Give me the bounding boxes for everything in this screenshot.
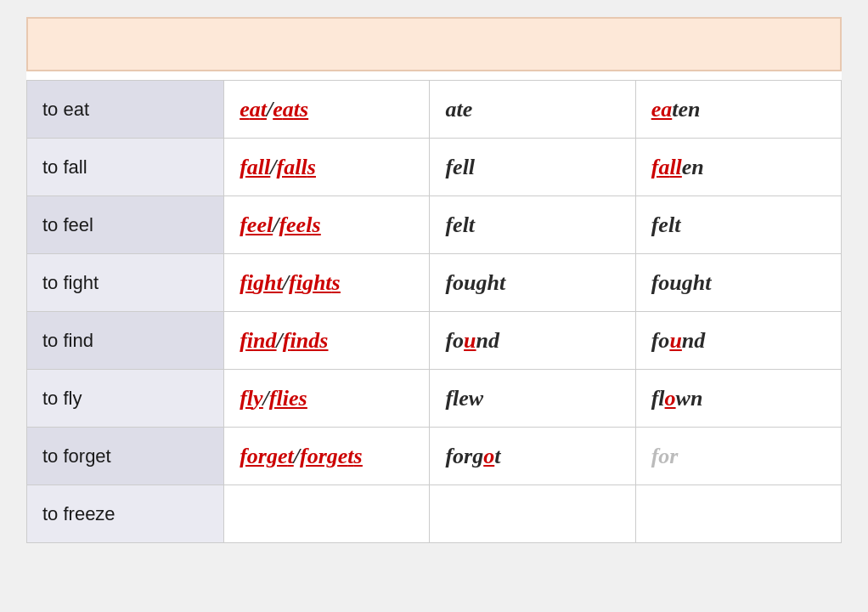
past-simple-cell: fell bbox=[430, 139, 635, 196]
past-participle-cell: eaten bbox=[635, 81, 841, 139]
table-row: to flyfly/fliesflewflown bbox=[27, 370, 842, 428]
past-participle-cell: felt bbox=[635, 196, 841, 254]
infinitive-cell: to freeze bbox=[27, 485, 224, 543]
past-participle-cell: fallen bbox=[635, 139, 841, 196]
present-cell: fly/flies bbox=[224, 370, 430, 428]
table-row: to fallfall/fallsfellfallen bbox=[27, 139, 842, 196]
table-row: to fightfight/fightsfoughtfought bbox=[27, 254, 842, 312]
past-simple-cell: fought bbox=[430, 254, 635, 312]
past-participle-cell: flown bbox=[635, 370, 841, 428]
verb-table: to eateat/eatsateeatento fallfall/fallsf… bbox=[26, 80, 842, 543]
past-simple-cell: flew bbox=[430, 370, 635, 428]
infinitive-cell: to forget bbox=[27, 428, 224, 485]
present-cell: fight/fights bbox=[224, 254, 430, 312]
table-row: to eateat/eatsateeaten bbox=[27, 81, 842, 139]
past-participle-cell: fought bbox=[635, 254, 841, 312]
title-box bbox=[26, 17, 842, 71]
infinitive-cell: to fall bbox=[27, 139, 224, 196]
past-simple-cell: found bbox=[430, 312, 635, 370]
past-simple-cell: felt bbox=[430, 196, 635, 254]
present-cell: feel/feels bbox=[224, 196, 430, 254]
table-row: to freeze bbox=[27, 485, 842, 543]
main-container: to eateat/eatsateeatento fallfall/fallsf… bbox=[26, 17, 842, 543]
table-row: to findfind/findsfoundfound bbox=[27, 312, 842, 370]
past-participle-cell: for bbox=[635, 428, 841, 485]
past-simple-cell: ate bbox=[430, 81, 635, 139]
table-row: to forgetforget/forgetsforgotfor bbox=[27, 428, 842, 485]
infinitive-cell: to feel bbox=[27, 196, 224, 254]
present-cell: eat/eats bbox=[224, 81, 430, 139]
present-cell bbox=[224, 485, 430, 543]
table-row: to feelfeel/feelsfeltfelt bbox=[27, 196, 842, 254]
past-simple-cell: forgot bbox=[430, 428, 635, 485]
past-participle-cell: found bbox=[635, 312, 841, 370]
infinitive-cell: to fly bbox=[27, 370, 224, 428]
past-simple-cell bbox=[430, 485, 635, 543]
infinitive-cell: to eat bbox=[27, 81, 224, 139]
infinitive-cell: to fight bbox=[27, 254, 224, 312]
present-cell: fall/falls bbox=[224, 139, 430, 196]
present-cell: forget/forgets bbox=[224, 428, 430, 485]
past-participle-cell bbox=[635, 485, 841, 543]
present-cell: find/finds bbox=[224, 312, 430, 370]
infinitive-cell: to find bbox=[27, 312, 224, 370]
